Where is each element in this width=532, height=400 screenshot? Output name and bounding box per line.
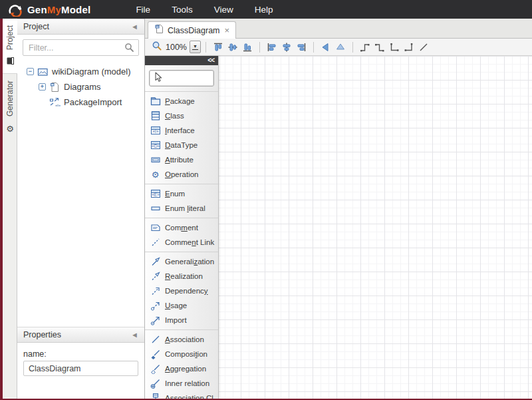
enum-icon: «E» bbox=[150, 188, 161, 199]
align-middle-button[interactable] bbox=[225, 40, 240, 55]
connector-corner-bl-button[interactable] bbox=[387, 40, 402, 55]
palette-item-association[interactable]: Association bbox=[145, 332, 218, 347]
palette-item-generalization[interactable]: Generalization bbox=[145, 254, 218, 269]
palette-item-enum[interactable]: «E»Enum bbox=[145, 186, 218, 201]
palette-separator bbox=[145, 218, 218, 218]
close-tab-icon[interactable]: × bbox=[225, 26, 230, 35]
palette-item-label: Association bbox=[165, 335, 204, 343]
rail-tab-label: Project bbox=[5, 25, 15, 50]
palette-item-label: Package bbox=[165, 97, 195, 105]
palette-item-enumliteral[interactable]: Enum literal bbox=[145, 201, 218, 216]
connector-corner-br-button[interactable] bbox=[402, 40, 416, 55]
palette-item-label: Composition bbox=[165, 350, 207, 358]
flip-vertical-button[interactable] bbox=[333, 40, 348, 55]
name-field[interactable] bbox=[23, 361, 138, 376]
palette-item-package[interactable]: Package bbox=[145, 94, 218, 108]
operation-icon: ⚙ bbox=[150, 169, 161, 180]
palette-item-innerrelation[interactable]: Inner relation bbox=[145, 376, 218, 391]
palette-collapse-button[interactable]: << bbox=[145, 56, 218, 65]
diagram-toolbar: 100% ▼ bbox=[145, 39, 532, 56]
diagram-canvas[interactable]: << PackageClass«I»Interface«D»DataTypeAt… bbox=[145, 56, 532, 400]
menu-file[interactable]: File bbox=[125, 1, 161, 18]
svg-text:«D»: «D» bbox=[152, 144, 160, 148]
left-accent-edge bbox=[0, 19, 3, 400]
tree-node-label: wikiDiagram (model) bbox=[52, 67, 130, 77]
tool-palette: << PackageClass«I»Interface«D»DataTypeAt… bbox=[145, 56, 219, 400]
menu-help[interactable]: Help bbox=[244, 1, 284, 18]
menubar: FileToolsViewHelp bbox=[125, 1, 283, 18]
tab-classdiagram[interactable]: ClassDiagram × bbox=[148, 21, 236, 39]
palette-separator bbox=[145, 91, 218, 92]
palette-item-datatype[interactable]: «D»DataType bbox=[145, 138, 218, 152]
align-bottom-button[interactable] bbox=[240, 40, 255, 55]
svg-text:«i»: «i» bbox=[55, 102, 61, 106]
zoom-level-value: 100% bbox=[166, 43, 187, 52]
select-tool-button[interactable] bbox=[149, 70, 214, 87]
palette-item-comment[interactable]: Comment bbox=[145, 220, 218, 235]
palette-item-commentlink[interactable]: Comment Link bbox=[145, 235, 218, 250]
palette-item-label: Class bbox=[165, 112, 184, 120]
connector-diagonal-button[interactable] bbox=[416, 40, 431, 55]
commentlink-icon bbox=[150, 237, 161, 248]
align-left-button[interactable] bbox=[265, 40, 279, 55]
palette-item-interface[interactable]: «I»Interface bbox=[145, 123, 218, 138]
import-icon bbox=[150, 315, 161, 325]
palette-item-label: DataType bbox=[165, 141, 198, 149]
expand-node-icon[interactable]: + bbox=[39, 83, 46, 91]
filter-input[interactable] bbox=[23, 39, 139, 56]
palette-item-operation[interactable]: ⚙Operation bbox=[145, 167, 218, 182]
project-tree: −wikiDiagram (model)+Diagrams«i»PackageI… bbox=[17, 60, 144, 327]
toolbar-separator bbox=[205, 42, 206, 53]
palette-item-attribute[interactable]: Attribute bbox=[145, 152, 218, 167]
palette-item-label: Interface bbox=[165, 126, 195, 134]
diagram-tabbar: ClassDiagram × bbox=[145, 19, 532, 39]
align-center-button[interactable] bbox=[279, 40, 294, 55]
zoom-dropdown-button[interactable]: ▼ bbox=[190, 41, 201, 53]
enumliteral-icon bbox=[150, 203, 161, 214]
palette-item-label: Attribute bbox=[165, 156, 194, 164]
connector-step-up-button[interactable] bbox=[358, 40, 372, 55]
tab-label: ClassDiagram bbox=[168, 26, 220, 35]
collapse-panel-icon[interactable]: ◄ bbox=[131, 23, 138, 31]
rail-tab-label: Generator bbox=[5, 81, 15, 116]
app-window: GenMyModel FileToolsViewHelp ProjectGene… bbox=[0, 0, 532, 400]
palette-item-composition[interactable]: Composition bbox=[145, 347, 218, 361]
rail-tab-project[interactable]: Project bbox=[3, 19, 17, 74]
align-right-button[interactable] bbox=[294, 40, 309, 55]
align-top-button[interactable] bbox=[211, 40, 225, 55]
project-panel-header: Project ◄ bbox=[17, 19, 144, 35]
palette-item-aggregation[interactable]: Aggregation bbox=[145, 361, 218, 376]
properties-panel-title: Properties bbox=[23, 330, 61, 339]
palette-item-realization[interactable]: Realization bbox=[145, 269, 218, 284]
flip-horizontal-button[interactable] bbox=[319, 40, 333, 55]
collapse-panel-icon[interactable]: ◄ bbox=[131, 331, 138, 339]
palette-item-usage[interactable]: Usage bbox=[145, 298, 218, 313]
palette-item-label: Aggregation bbox=[165, 365, 206, 373]
cursor-arrow-icon bbox=[152, 71, 163, 85]
collapse-node-icon[interactable]: − bbox=[27, 68, 34, 75]
usage-icon bbox=[150, 300, 161, 311]
menu-tools[interactable]: Tools bbox=[161, 1, 203, 18]
rail-tab-generator[interactable]: Generator⚙ bbox=[3, 74, 17, 140]
palette-item-dependency[interactable]: Dependency bbox=[145, 284, 218, 298]
logo-text: GenMyModel bbox=[27, 4, 90, 15]
tree-node[interactable]: +Diagrams bbox=[27, 79, 144, 95]
tree-node[interactable]: «i»PackageImport bbox=[27, 95, 144, 110]
project-panel-title: Project bbox=[23, 22, 49, 31]
palette-separator bbox=[145, 184, 218, 184]
top-menubar: GenMyModel FileToolsViewHelp bbox=[0, 0, 532, 19]
connector-step-down-button[interactable] bbox=[372, 40, 387, 55]
menu-view[interactable]: View bbox=[203, 1, 244, 18]
name-field-label: name: bbox=[23, 349, 138, 359]
palette-item-class[interactable]: Class bbox=[145, 108, 218, 123]
genmymodel-logo[interactable]: GenMyModel bbox=[5, 3, 90, 17]
properties-body: name: bbox=[17, 343, 144, 383]
notebook-icon bbox=[6, 56, 15, 68]
palette-item-label: Inner relation bbox=[165, 379, 209, 387]
composition-icon bbox=[150, 349, 161, 359]
toolbar-separator bbox=[352, 42, 353, 53]
attribute-icon bbox=[150, 154, 161, 165]
palette-separator bbox=[145, 252, 218, 252]
palette-item-import[interactable]: Import bbox=[145, 313, 218, 327]
tree-node[interactable]: −wikiDiagram (model) bbox=[27, 64, 144, 79]
